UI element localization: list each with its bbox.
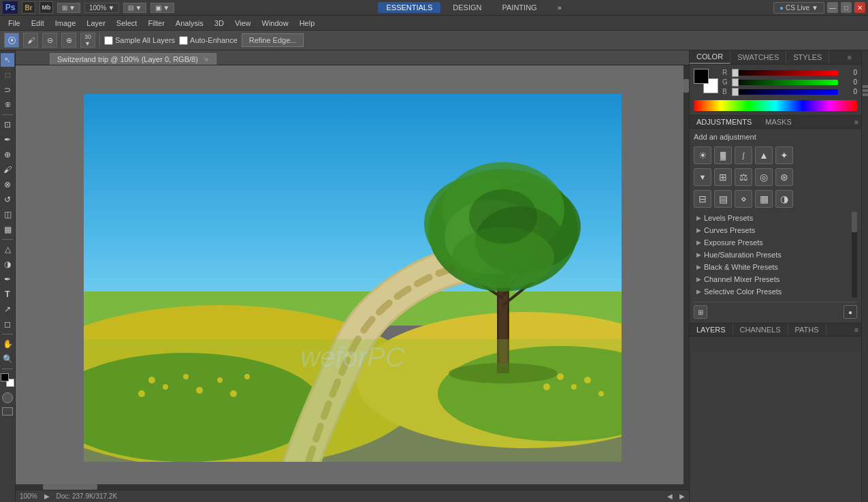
path-select-tool[interactable]: ↗ <box>1 302 14 316</box>
arrange-btn[interactable]: ⊞ ▼ <box>57 3 80 13</box>
fg-bg-color-preview[interactable] <box>694 69 718 93</box>
tab-styles[interactable]: STYLES <box>786 51 829 63</box>
zoom-tool[interactable]: 🔍 <box>1 352 14 366</box>
mb-logo-btn[interactable]: Mb <box>39 1 53 14</box>
brush-size-btn[interactable]: 30▼ <box>80 33 95 48</box>
blue-slider-thumb[interactable] <box>732 88 739 96</box>
selective-color-adj-btn[interactable]: ◑ <box>775 190 793 208</box>
preset-bw[interactable]: ▶ Black & White Presets <box>694 261 857 273</box>
eraser-tool[interactable]: ◫ <box>1 208 14 221</box>
levels-adj-btn[interactable]: ▓ <box>714 146 732 164</box>
tab-masks[interactable]: MASKS <box>758 116 799 128</box>
preset-curves[interactable]: ▶ Curves Presets <box>694 224 857 236</box>
cs-live-btn[interactable]: ● CS Live ▼ <box>773 2 824 14</box>
green-slider-thumb[interactable] <box>732 78 739 87</box>
adj-panel-options-btn[interactable]: ≡ <box>854 119 858 126</box>
gradient-map-adj-btn[interactable]: ▦ <box>755 190 773 208</box>
pen-tool[interactable]: ✒ <box>1 272 14 286</box>
invert-adj-btn[interactable]: ⊟ <box>694 190 711 208</box>
auto-enhance-checkbox[interactable] <box>179 36 188 45</box>
quick-select-tool[interactable]: ⦿ <box>1 98 14 112</box>
status-info-icon[interactable]: ▶ <box>44 492 50 500</box>
tab-layers[interactable]: LAYERS <box>690 324 733 336</box>
close-btn[interactable]: ✕ <box>854 2 865 13</box>
quick-mask-btn[interactable] <box>2 392 13 403</box>
history-brush-tool[interactable]: ↺ <box>1 193 14 206</box>
add-tool[interactable]: ⊕ <box>61 33 76 48</box>
blur-tool[interactable]: △ <box>1 242 14 256</box>
clone-tool[interactable]: ⊗ <box>1 178 14 191</box>
menu-layer[interactable]: Layer <box>81 18 111 29</box>
canvas-tab[interactable]: Switzerland trip @ 100% (Layer 0, RGB/8)… <box>50 53 216 65</box>
adj-eye-btn[interactable]: ● <box>843 305 857 319</box>
status-nav-right[interactable]: ▶ <box>679 492 685 500</box>
adj-scrollbar[interactable] <box>852 212 857 298</box>
green-slider[interactable] <box>732 80 838 85</box>
sample-all-option[interactable]: Sample All Layers <box>104 36 175 45</box>
move-tool[interactable]: ↖ <box>1 53 14 67</box>
panel-collapse-handle[interactable] <box>861 50 868 502</box>
color-balance-adj-btn[interactable]: ⊞ <box>714 168 732 186</box>
adj-clip-btn[interactable]: ⊞ <box>694 305 707 319</box>
screen-mode-left-btn[interactable] <box>2 407 13 415</box>
hue-sat-adj-btn[interactable]: ▼ <box>694 168 711 186</box>
exposure-adj-btn[interactable]: ▲ <box>755 146 773 164</box>
fg-color-box[interactable] <box>694 69 709 84</box>
channel-mixer-adj-btn[interactable]: ⊛ <box>775 168 793 186</box>
menu-help[interactable]: Help <box>294 18 321 29</box>
adj-scrollbar-thumb[interactable] <box>852 212 857 232</box>
tab-swatches[interactable]: SWATCHES <box>730 51 786 63</box>
nav-painting[interactable]: PAINTING <box>494 2 545 13</box>
red-slider-thumb[interactable] <box>732 69 739 77</box>
tab-paths[interactable]: PATHS <box>788 324 826 336</box>
blue-slider[interactable] <box>732 89 838 95</box>
preset-hue-sat[interactable]: ▶ Hue/Saturation Presets <box>694 249 857 261</box>
menu-window[interactable]: Window <box>257 18 294 29</box>
marquee-tool[interactable]: ⬚ <box>1 68 14 82</box>
horizontal-scrollbar[interactable] <box>16 484 689 490</box>
color-spectrum[interactable] <box>694 100 857 111</box>
menu-view[interactable]: View <box>229 18 257 29</box>
tab-color[interactable]: COLOR <box>690 50 730 64</box>
dodge-tool[interactable]: ◑ <box>1 257 14 271</box>
bridge-logo-btn[interactable]: Br <box>22 1 35 14</box>
zoom-display[interactable]: 100% ▼ <box>84 3 119 13</box>
brush-tool-left[interactable]: 🖌 <box>1 163 14 176</box>
vertical-scrollbar[interactable] <box>684 65 689 490</box>
menu-image[interactable]: Image <box>50 18 82 29</box>
shape-tool[interactable]: ◻ <box>1 317 14 331</box>
menu-select[interactable]: Select <box>111 18 143 29</box>
quick-selection-tool[interactable]: ⦿ <box>4 33 19 48</box>
type-tool[interactable]: T <box>1 287 14 301</box>
crop-tool[interactable]: ⊡ <box>1 118 14 131</box>
tab-channels[interactable]: CHANNELS <box>733 324 788 336</box>
screen-mode-btn[interactable]: ▣ ▼ <box>150 3 174 13</box>
menu-analysis[interactable]: Analysis <box>170 18 209 29</box>
bw-adj-btn[interactable]: ⚖ <box>735 168 752 186</box>
eyedropper-tool[interactable]: ✒ <box>1 133 14 146</box>
photo-filter-adj-btn[interactable]: ◎ <box>755 168 773 186</box>
scrollbar-thumb[interactable] <box>684 79 689 93</box>
refine-edge-btn[interactable]: Refine Edge... <box>242 33 304 47</box>
auto-enhance-option[interactable]: Auto-Enhance <box>179 36 238 45</box>
hand-tool[interactable]: ✋ <box>1 337 14 351</box>
preset-selective-color[interactable]: ▶ Selective Color Presets <box>694 285 857 298</box>
tab-adjustments[interactable]: ADJUSTMENTS <box>690 116 758 128</box>
h-scrollbar-thumb[interactable] <box>43 484 97 490</box>
menu-edit[interactable]: Edit <box>26 18 50 29</box>
maximize-btn[interactable]: □ <box>841 2 852 13</box>
canvas-scroll-area[interactable]: weforPC <box>16 65 689 490</box>
brightness-adj-btn[interactable]: ☀ <box>694 146 711 164</box>
erase-tool[interactable]: ⊖ <box>42 33 57 48</box>
preset-channel-mixer[interactable]: ▶ Channel Mixer Presets <box>694 273 857 285</box>
preset-levels[interactable]: ▶ Levels Presets <box>694 212 857 224</box>
color-panel-options-btn[interactable]: ≡ <box>848 52 858 63</box>
healing-tool[interactable]: ⊕ <box>1 148 14 161</box>
layers-options-btn[interactable]: ≡ <box>854 326 858 334</box>
nav-more[interactable]: » <box>549 2 570 13</box>
posterize-adj-btn[interactable]: ▤ <box>714 190 732 208</box>
gradient-tool[interactable]: ▦ <box>1 223 14 236</box>
menu-file[interactable]: File <box>3 18 26 29</box>
tab-close-btn[interactable]: ✕ <box>204 56 209 63</box>
threshold-adj-btn[interactable]: ⋄ <box>735 190 752 208</box>
